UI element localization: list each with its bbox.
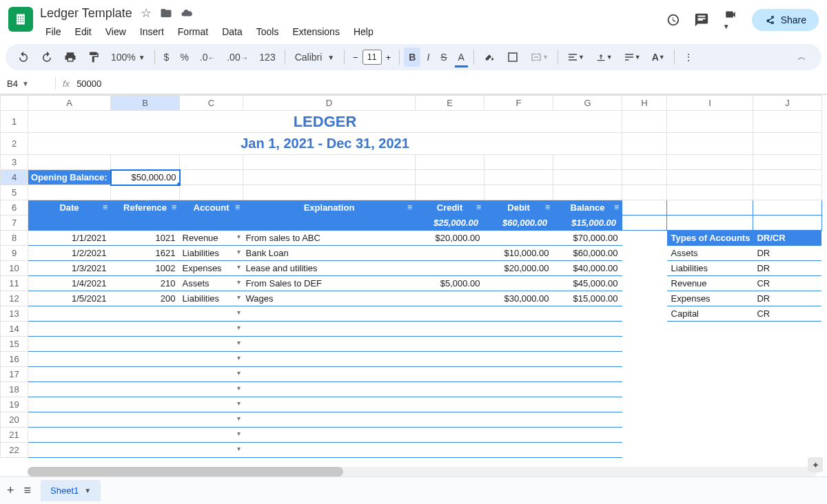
row-header[interactable]: 4 xyxy=(1,170,28,185)
col-header[interactable]: G xyxy=(553,96,622,111)
rotate-button[interactable]: A▼ xyxy=(647,48,670,67)
merge-button[interactable]: ▼ xyxy=(525,47,553,67)
side-type[interactable]: Expenses xyxy=(667,291,753,306)
menu-tools[interactable]: Tools xyxy=(251,23,285,40)
side-type[interactable]: Capital xyxy=(667,306,753,322)
row-header[interactable]: 11 xyxy=(1,276,28,291)
all-sheets-button[interactable]: ≡ xyxy=(24,483,32,498)
share-button[interactable]: Share xyxy=(752,9,819,31)
cell-account[interactable] xyxy=(180,337,243,352)
col-credit[interactable]: Credit≡ xyxy=(416,200,484,216)
cell-account[interactable]: Expenses xyxy=(180,261,243,276)
row-header[interactable]: 22 xyxy=(1,443,28,458)
cell-account[interactable] xyxy=(180,382,243,397)
cell-account[interactable] xyxy=(180,322,243,337)
cell-explanation[interactable]: Lease and utilities xyxy=(243,261,416,276)
col-header[interactable]: A xyxy=(28,96,111,111)
decrease-decimal-button[interactable]: .0← xyxy=(195,48,221,67)
move-icon[interactable] xyxy=(160,7,172,19)
col-explanation[interactable]: Explanation≡ xyxy=(243,200,416,216)
cell-balance[interactable]: $60,000.00 xyxy=(553,246,622,261)
ledger-subtitle[interactable]: Jan 1, 2021 - Dec 31, 2021 xyxy=(28,133,622,155)
row-header[interactable]: 17 xyxy=(1,367,28,382)
cell-credit[interactable] xyxy=(416,261,484,276)
row-header[interactable]: 15 xyxy=(1,337,28,352)
cell-credit[interactable] xyxy=(416,246,484,261)
menu-data[interactable]: Data xyxy=(216,23,248,40)
name-box[interactable]: B4▼ xyxy=(7,78,55,89)
cell-account[interactable] xyxy=(180,412,243,428)
opening-balance-label[interactable]: Opening Balance: xyxy=(28,170,111,185)
cell-account[interactable] xyxy=(180,397,243,412)
row-header[interactable]: 10 xyxy=(1,261,28,276)
total-credit[interactable]: $25,000.00 xyxy=(416,216,484,231)
cell-explanation[interactable]: From Sales to DEF xyxy=(243,276,416,291)
ledger-title[interactable]: LEDGER xyxy=(28,111,622,133)
row-header[interactable]: 12 xyxy=(1,291,28,306)
cell-account[interactable]: Assets xyxy=(180,276,243,291)
side-type[interactable]: Liabilities xyxy=(667,261,753,276)
cell-balance[interactable]: $45,000.00 xyxy=(553,276,622,291)
opening-balance-cell[interactable]: $50,000.00 xyxy=(111,170,180,185)
redo-button[interactable] xyxy=(36,47,58,67)
cell-debit[interactable]: $30,000.00 xyxy=(484,291,553,306)
halign-button[interactable]: ▼ xyxy=(562,48,589,67)
currency-button[interactable]: $ xyxy=(159,48,174,67)
more-toolbar-button[interactable]: ⋮ xyxy=(679,48,698,67)
cell-date[interactable]: 1/4/2021 xyxy=(28,276,111,291)
horizontal-scrollbar[interactable] xyxy=(28,467,817,476)
row-header[interactable]: 13 xyxy=(1,306,28,322)
menu-view[interactable]: View xyxy=(100,23,132,40)
cell-balance[interactable]: $40,000.00 xyxy=(553,261,622,276)
sheets-logo[interactable] xyxy=(8,7,33,32)
sheet-tab[interactable]: Sheet1▼ xyxy=(41,480,101,501)
borders-button[interactable] xyxy=(502,47,524,67)
menu-insert[interactable]: Insert xyxy=(134,23,170,40)
col-header[interactable]: J xyxy=(753,96,821,111)
col-header[interactable]: I xyxy=(667,96,753,111)
cell-account[interactable] xyxy=(180,428,243,443)
side-drcr[interactable]: DR xyxy=(753,291,821,306)
document-title[interactable]: Ledger Template xyxy=(40,6,132,21)
more-formats-button[interactable]: 123 xyxy=(254,48,280,67)
cell-date[interactable]: 1/2/2021 xyxy=(28,246,111,261)
col-header[interactable]: D xyxy=(243,96,416,111)
cell-date[interactable]: 1/1/2021 xyxy=(28,231,111,246)
menu-help[interactable]: Help xyxy=(348,23,379,40)
col-header[interactable]: F xyxy=(484,96,553,111)
increase-decimal-button[interactable]: .00→ xyxy=(222,48,253,67)
cell-ref[interactable]: 1021 xyxy=(111,231,180,246)
print-button[interactable] xyxy=(59,47,81,67)
star-icon[interactable]: ☆ xyxy=(141,6,152,21)
row-header[interactable]: 19 xyxy=(1,397,28,412)
cell-date[interactable]: 1/5/2021 xyxy=(28,291,111,306)
cell-account[interactable] xyxy=(180,367,243,382)
cell-balance[interactable]: $70,000.00 xyxy=(553,231,622,246)
spreadsheet-grid[interactable]: A B C D E F G H I J 1LEDGER 2Jan 1, 2021… xyxy=(0,94,827,459)
row-header[interactable]: 3 xyxy=(1,155,28,170)
side-drcr[interactable]: CR xyxy=(753,306,821,322)
strike-button[interactable]: S xyxy=(436,48,451,67)
cell-account[interactable] xyxy=(180,443,243,458)
row-header[interactable]: 20 xyxy=(1,412,28,428)
row-header[interactable]: 1 xyxy=(1,111,28,133)
side-header-type[interactable]: Types of Accounts xyxy=(667,231,753,246)
formula-input[interactable]: 50000 xyxy=(76,78,101,89)
row-header[interactable]: 9 xyxy=(1,246,28,261)
fill-color-button[interactable] xyxy=(478,47,500,67)
cell-ref[interactable]: 1002 xyxy=(111,261,180,276)
cell-account[interactable] xyxy=(180,352,243,367)
cell-credit[interactable]: $20,000.00 xyxy=(416,231,484,246)
history-icon[interactable] xyxy=(665,12,680,28)
comment-icon[interactable] xyxy=(694,12,709,28)
col-header[interactable]: C xyxy=(180,96,243,111)
row-header[interactable]: 18 xyxy=(1,382,28,397)
menu-file[interactable]: File xyxy=(40,23,67,40)
cell-account[interactable]: Liabilities xyxy=(180,291,243,306)
wrap-button[interactable]: ▼ xyxy=(619,48,646,67)
paint-format-button[interactable] xyxy=(83,47,105,67)
cell-explanation[interactable]: Wages xyxy=(243,291,416,306)
menu-extensions[interactable]: Extensions xyxy=(287,23,345,40)
font-size-input[interactable]: 11 xyxy=(363,50,382,65)
col-reference[interactable]: Reference≡ xyxy=(111,200,180,216)
